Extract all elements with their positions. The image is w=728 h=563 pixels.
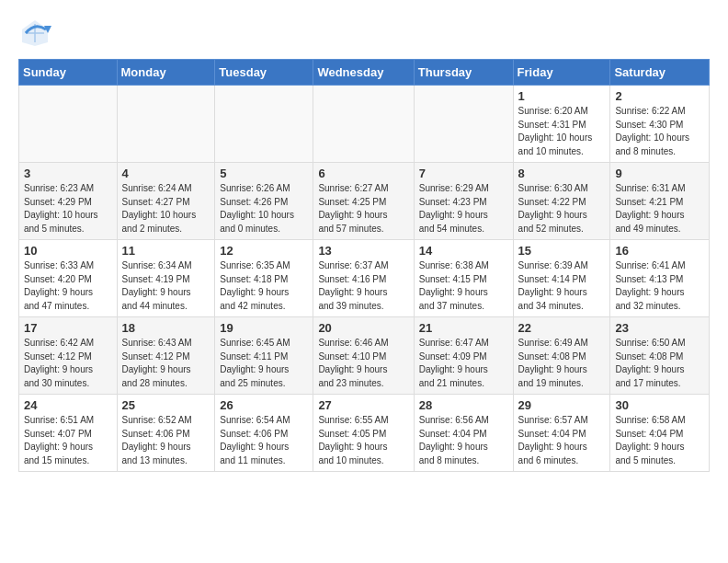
day-number: 19: [220, 321, 308, 335]
day-info: Sunrise: 6:20 AMSunset: 4:31 PMDaylight:…: [518, 105, 606, 158]
day-info: Sunrise: 6:54 AMSunset: 4:06 PMDaylight:…: [220, 414, 308, 467]
calendar-week-row: 3Sunrise: 6:23 AMSunset: 4:29 PMDaylight…: [19, 163, 710, 240]
day-info: Sunrise: 6:30 AMSunset: 4:22 PMDaylight:…: [518, 182, 606, 236]
calendar-cell: 24Sunrise: 6:51 AMSunset: 4:07 PMDayligh…: [19, 395, 118, 472]
calendar-cell: 14Sunrise: 6:38 AMSunset: 4:15 PMDayligh…: [414, 240, 513, 317]
calendar-cell: 18Sunrise: 6:43 AMSunset: 4:12 PMDayligh…: [117, 317, 215, 395]
day-info: Sunrise: 6:23 AMSunset: 4:29 PMDaylight:…: [24, 182, 112, 236]
day-info: Sunrise: 6:49 AMSunset: 4:08 PMDaylight:…: [518, 337, 606, 390]
calendar-cell: 9Sunrise: 6:31 AMSunset: 4:21 PMDaylight…: [610, 163, 710, 240]
logo: [18, 17, 55, 50]
day-number: 27: [318, 398, 408, 412]
logo-icon: [18, 17, 51, 50]
day-info: Sunrise: 6:50 AMSunset: 4:08 PMDaylight:…: [615, 337, 704, 390]
calendar-cell: 3Sunrise: 6:23 AMSunset: 4:29 PMDaylight…: [19, 163, 118, 240]
calendar-cell: 15Sunrise: 6:39 AMSunset: 4:14 PMDayligh…: [513, 240, 610, 317]
weekday-header-friday: Friday: [513, 60, 610, 86]
day-info: Sunrise: 6:52 AMSunset: 4:06 PMDaylight:…: [122, 414, 210, 467]
day-number: 21: [419, 321, 508, 335]
calendar-week-row: 17Sunrise: 6:42 AMSunset: 4:12 PMDayligh…: [19, 317, 710, 395]
calendar-header-row: SundayMondayTuesdayWednesdayThursdayFrid…: [19, 60, 710, 86]
day-info: Sunrise: 6:22 AMSunset: 4:30 PMDaylight:…: [615, 105, 704, 158]
day-number: 17: [24, 321, 112, 335]
day-number: 2: [615, 89, 704, 103]
day-number: 25: [122, 398, 210, 412]
day-info: Sunrise: 6:33 AMSunset: 4:20 PMDaylight:…: [24, 259, 112, 313]
day-info: Sunrise: 6:55 AMSunset: 4:05 PMDaylight:…: [318, 414, 408, 467]
day-number: 26: [220, 398, 308, 412]
day-number: 9: [615, 167, 704, 180]
day-number: 24: [24, 398, 112, 412]
weekday-header-thursday: Thursday: [414, 60, 513, 86]
day-info: Sunrise: 6:58 AMSunset: 4:04 PMDaylight:…: [615, 414, 704, 467]
calendar-cell: 28Sunrise: 6:56 AMSunset: 4:04 PMDayligh…: [414, 395, 513, 472]
day-number: 23: [615, 321, 704, 335]
calendar-cell: 4Sunrise: 6:24 AMSunset: 4:27 PMDaylight…: [117, 163, 215, 240]
calendar-cell: 26Sunrise: 6:54 AMSunset: 4:06 PMDayligh…: [215, 395, 313, 472]
calendar-cell: 25Sunrise: 6:52 AMSunset: 4:06 PMDayligh…: [117, 395, 215, 472]
calendar-cell: 10Sunrise: 6:33 AMSunset: 4:20 PMDayligh…: [19, 240, 118, 317]
day-info: Sunrise: 6:31 AMSunset: 4:21 PMDaylight:…: [615, 182, 704, 236]
day-number: 5: [220, 167, 308, 180]
day-number: 13: [318, 244, 408, 258]
calendar-cell: 17Sunrise: 6:42 AMSunset: 4:12 PMDayligh…: [19, 317, 118, 395]
calendar-table: SundayMondayTuesdayWednesdayThursdayFrid…: [18, 59, 710, 472]
calendar-cell: 8Sunrise: 6:30 AMSunset: 4:22 PMDaylight…: [513, 163, 610, 240]
calendar-cell: 20Sunrise: 6:46 AMSunset: 4:10 PMDayligh…: [313, 317, 414, 395]
page-container: SundayMondayTuesdayWednesdayThursdayFrid…: [0, 0, 728, 481]
day-info: Sunrise: 6:39 AMSunset: 4:14 PMDaylight:…: [518, 259, 606, 313]
day-info: Sunrise: 6:35 AMSunset: 4:18 PMDaylight:…: [220, 259, 308, 313]
calendar-cell: 30Sunrise: 6:58 AMSunset: 4:04 PMDayligh…: [610, 395, 710, 472]
calendar-cell: 23Sunrise: 6:50 AMSunset: 4:08 PMDayligh…: [610, 317, 710, 395]
day-number: 8: [518, 167, 606, 180]
day-number: 1: [518, 89, 606, 103]
weekday-header-saturday: Saturday: [610, 60, 710, 86]
calendar-cell: 29Sunrise: 6:57 AMSunset: 4:04 PMDayligh…: [513, 395, 610, 472]
day-number: 22: [518, 321, 606, 335]
calendar-cell: 5Sunrise: 6:26 AMSunset: 4:26 PMDaylight…: [215, 163, 313, 240]
calendar-cell: [414, 86, 513, 163]
day-info: Sunrise: 6:42 AMSunset: 4:12 PMDaylight:…: [24, 337, 112, 390]
day-info: Sunrise: 6:29 AMSunset: 4:23 PMDaylight:…: [419, 182, 508, 236]
calendar-cell: 11Sunrise: 6:34 AMSunset: 4:19 PMDayligh…: [117, 240, 215, 317]
calendar-cell: [313, 86, 414, 163]
day-info: Sunrise: 6:24 AMSunset: 4:27 PMDaylight:…: [122, 182, 210, 236]
day-number: 15: [518, 244, 606, 258]
day-number: 16: [615, 244, 704, 258]
day-number: 10: [24, 244, 112, 258]
day-number: 30: [615, 398, 704, 412]
day-info: Sunrise: 6:57 AMSunset: 4:04 PMDaylight:…: [518, 414, 606, 467]
day-info: Sunrise: 6:41 AMSunset: 4:13 PMDaylight:…: [615, 259, 704, 313]
calendar-cell: 2Sunrise: 6:22 AMSunset: 4:30 PMDaylight…: [610, 86, 710, 163]
day-number: 29: [518, 398, 606, 412]
day-info: Sunrise: 6:46 AMSunset: 4:10 PMDaylight:…: [318, 337, 408, 390]
weekday-header-sunday: Sunday: [19, 60, 118, 86]
day-info: Sunrise: 6:43 AMSunset: 4:12 PMDaylight:…: [122, 337, 210, 390]
calendar-cell: 7Sunrise: 6:29 AMSunset: 4:23 PMDaylight…: [414, 163, 513, 240]
calendar-cell: 21Sunrise: 6:47 AMSunset: 4:09 PMDayligh…: [414, 317, 513, 395]
page-header: [0, 0, 728, 59]
calendar-cell: 19Sunrise: 6:45 AMSunset: 4:11 PMDayligh…: [215, 317, 313, 395]
day-info: Sunrise: 6:37 AMSunset: 4:16 PMDaylight:…: [318, 259, 408, 313]
calendar-cell: 22Sunrise: 6:49 AMSunset: 4:08 PMDayligh…: [513, 317, 610, 395]
day-info: Sunrise: 6:47 AMSunset: 4:09 PMDaylight:…: [419, 337, 508, 390]
day-info: Sunrise: 6:26 AMSunset: 4:26 PMDaylight:…: [220, 182, 308, 236]
weekday-header-tuesday: Tuesday: [215, 60, 313, 86]
calendar-cell: 6Sunrise: 6:27 AMSunset: 4:25 PMDaylight…: [313, 163, 414, 240]
calendar-cell: [117, 86, 215, 163]
day-number: 7: [419, 167, 508, 180]
day-number: 12: [220, 244, 308, 258]
day-info: Sunrise: 6:38 AMSunset: 4:15 PMDaylight:…: [419, 259, 508, 313]
calendar-week-row: 10Sunrise: 6:33 AMSunset: 4:20 PMDayligh…: [19, 240, 710, 317]
calendar-cell: 1Sunrise: 6:20 AMSunset: 4:31 PMDaylight…: [513, 86, 610, 163]
calendar-cell: 16Sunrise: 6:41 AMSunset: 4:13 PMDayligh…: [610, 240, 710, 317]
calendar-cell: [19, 86, 118, 163]
calendar-cell: [215, 86, 313, 163]
calendar-week-row: 24Sunrise: 6:51 AMSunset: 4:07 PMDayligh…: [19, 395, 710, 472]
day-info: Sunrise: 6:51 AMSunset: 4:07 PMDaylight:…: [24, 414, 112, 467]
day-info: Sunrise: 6:27 AMSunset: 4:25 PMDaylight:…: [318, 182, 408, 236]
day-number: 4: [122, 167, 210, 180]
day-number: 6: [318, 167, 408, 180]
day-info: Sunrise: 6:34 AMSunset: 4:19 PMDaylight:…: [122, 259, 210, 313]
calendar-cell: 13Sunrise: 6:37 AMSunset: 4:16 PMDayligh…: [313, 240, 414, 317]
